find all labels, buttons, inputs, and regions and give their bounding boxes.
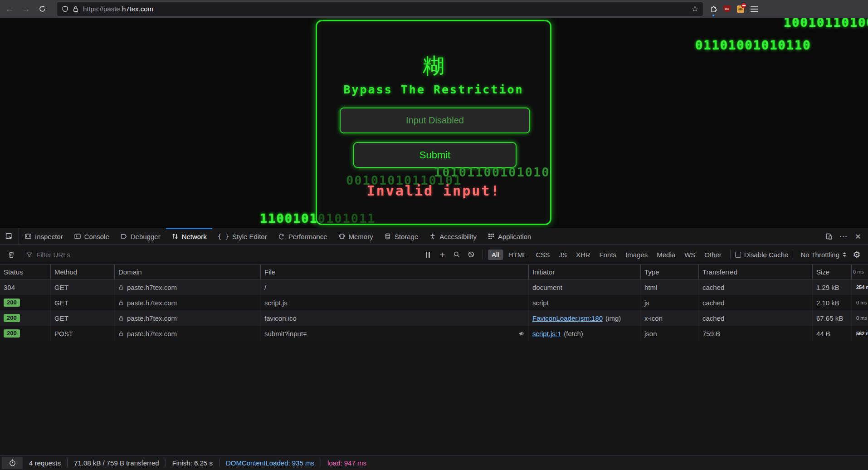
initiator-cell: script.js:1(fetch) — [529, 326, 641, 341]
status-cell: 304 — [0, 279, 51, 295]
binary-upper-right: 01101001010110 — [695, 38, 811, 52]
lock-icon — [118, 284, 124, 290]
filter-xhr[interactable]: XHR — [572, 250, 594, 260]
file-cell: favicon.ico — [261, 310, 529, 326]
method-cell: GET — [51, 295, 115, 310]
tab-debugger[interactable]: Debugger — [115, 228, 166, 245]
monkey-extension-icon[interactable] — [736, 5, 745, 13]
tab-console[interactable]: Console — [68, 228, 115, 245]
table-row[interactable]: 200 GET paste.h7tex.com favicon.ico Favi… — [0, 310, 868, 326]
performance-analysis-button[interactable] — [2, 457, 23, 469]
bookmark-star-icon[interactable]: ☆ — [692, 4, 698, 14]
disable-cache-checkbox[interactable]: Disable Cache — [735, 251, 789, 259]
new-request-icon[interactable]: + — [435, 248, 449, 261]
checkbox-icon[interactable] — [735, 252, 741, 258]
transferred-cell: 759 B — [699, 326, 813, 341]
filter-ws[interactable]: WS — [681, 250, 699, 260]
tab-style-editor[interactable]: { } Style Editor — [212, 228, 273, 245]
block-request-icon[interactable] — [464, 248, 478, 261]
tab-inspector[interactable]: Inspector — [19, 228, 68, 245]
initiator-link[interactable]: script.js:1 — [532, 330, 561, 338]
domain-cell: paste.h7tex.com — [115, 326, 261, 341]
pause-traffic-icon[interactable] — [421, 248, 434, 261]
size-cell: 1.29 kB — [813, 279, 852, 295]
tab-accessibility[interactable]: Accessibility — [424, 228, 482, 245]
col-transferred[interactable]: Transferred — [699, 264, 813, 279]
throttling-dropdown[interactable]: No Throttling — [798, 251, 849, 259]
col-method[interactable]: Method — [51, 264, 115, 279]
domain-cell: paste.h7tex.com — [115, 310, 261, 326]
clear-requests-icon[interactable] — [5, 248, 18, 261]
domain-cell: paste.h7tex.com — [115, 295, 261, 310]
table-row[interactable]: 200 GET paste.h7tex.com script.js script… — [0, 295, 868, 310]
forward-icon[interactable]: → — [19, 2, 33, 16]
filter-html[interactable]: HTML — [505, 250, 531, 260]
filter-all[interactable]: All — [488, 250, 503, 260]
initiator-link[interactable]: FaviconLoader.jsm:180 — [532, 314, 603, 322]
site-logo-glyph: 糊 — [317, 51, 550, 80]
devtools-menu-icon[interactable]: ⋯ — [837, 230, 850, 242]
col-timeline[interactable]: 0 ms — [852, 264, 868, 279]
method-cell: GET — [51, 279, 115, 295]
filter-fonts[interactable]: Fonts — [596, 250, 620, 260]
reload-icon[interactable] — [35, 2, 49, 16]
menu-hamburger-icon[interactable] — [750, 5, 758, 13]
lock-icon — [118, 315, 124, 321]
url-text: https://paste.h7tex.com — [83, 5, 688, 13]
challenge-input[interactable] — [340, 108, 530, 133]
size-cell: 67.65 kB — [813, 310, 852, 326]
size-cell: 2.10 kB — [813, 295, 852, 310]
responsive-design-icon[interactable] — [823, 230, 835, 242]
extensions-area: uO — [709, 5, 758, 13]
lock-icon — [118, 300, 124, 306]
tab-storage[interactable]: Storage — [379, 228, 424, 245]
challenge-card: 糊 Bypass The Restriction Submit Invalid … — [316, 20, 551, 225]
timeline-cell: 254 ms — [852, 279, 868, 295]
status-cell: 200 — [0, 295, 51, 310]
filter-images[interactable]: Images — [622, 250, 651, 260]
network-rows: 304 GET paste.h7tex.com / document html … — [0, 279, 868, 341]
submit-button[interactable]: Submit — [353, 142, 517, 168]
domain-cell: paste.h7tex.com — [115, 279, 261, 295]
col-status[interactable]: Status — [0, 264, 51, 279]
back-icon[interactable]: ← — [3, 2, 16, 16]
tab-network[interactable]: Network — [166, 228, 212, 245]
col-initiator[interactable]: Initiator — [529, 264, 641, 279]
filter-other[interactable]: Other — [701, 250, 725, 260]
error-message: Invalid input! — [317, 183, 550, 199]
search-icon[interactable] — [450, 248, 463, 261]
filter-js[interactable]: JS — [555, 250, 571, 260]
col-file[interactable]: File — [261, 264, 529, 279]
devtools-panel: Inspector Console Debugger Network { } S… — [0, 228, 868, 470]
col-domain[interactable]: Domain — [115, 264, 261, 279]
filter-urls-input[interactable]: Filter URLs — [26, 251, 421, 259]
devtools-statusbar: 4 requests 71.08 kB / 759 B transferred … — [0, 455, 868, 470]
tab-application[interactable]: Application — [482, 228, 536, 245]
initiator-cell: document — [529, 279, 641, 295]
lock-icon[interactable] — [73, 5, 79, 13]
tab-memory[interactable]: Memory — [333, 228, 379, 245]
table-row[interactable]: 304 GET paste.h7tex.com / document html … — [0, 279, 868, 295]
table-row[interactable]: 200 POST paste.h7tex.com submit?input= s… — [0, 326, 868, 341]
filter-urls-placeholder: Filter URLs — [36, 251, 70, 259]
tab-performance[interactable]: Performance — [273, 228, 333, 245]
col-type[interactable]: Type — [641, 264, 699, 279]
filter-media[interactable]: Media — [653, 250, 679, 260]
pick-element-icon[interactable] — [0, 228, 19, 245]
extensions-puzzle-icon[interactable] — [709, 5, 717, 13]
type-cell: json — [641, 326, 699, 341]
filter-css[interactable]: CSS — [532, 250, 554, 260]
devtools-close-icon[interactable]: × — [852, 230, 864, 242]
network-empty-area — [0, 341, 868, 455]
network-table-header: Status Method Domain File Initiator Type… — [0, 264, 868, 279]
browser-toolbar: ← → https://paste.h7tex.com ☆ uO — [0, 0, 868, 18]
requests-count: 4 requests — [29, 459, 61, 467]
col-size[interactable]: Size — [813, 264, 852, 279]
url-bar[interactable]: https://paste.h7tex.com ☆ — [57, 2, 703, 16]
transferred-cell: cached — [699, 295, 813, 310]
timeline-cell: 0 ms — [852, 295, 868, 310]
shield-icon[interactable] — [62, 5, 68, 13]
network-settings-gear-icon[interactable]: ⚙ — [850, 248, 863, 261]
ublock-icon[interactable]: uO — [723, 5, 731, 13]
initiator-cell: FaviconLoader.jsm:180(img) — [529, 310, 641, 326]
